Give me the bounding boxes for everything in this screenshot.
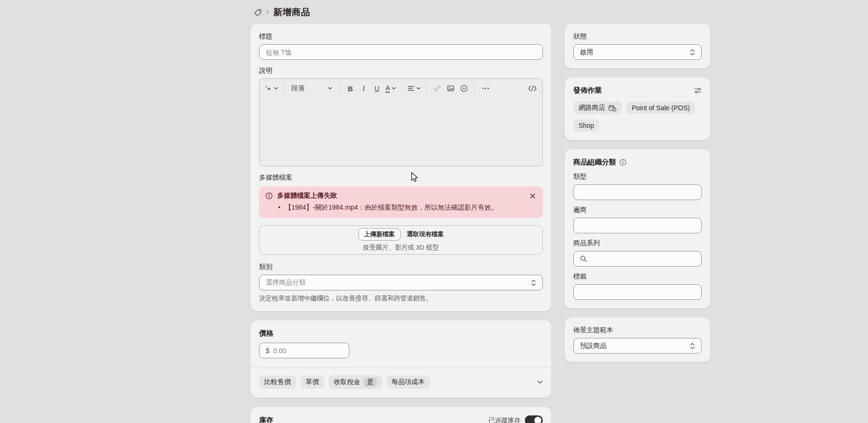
category-placeholder: 選擇商品分類: [266, 279, 306, 287]
vendor-input[interactable]: [580, 222, 695, 230]
ellipsis-icon: [482, 87, 489, 89]
channel-shop-badge[interactable]: Shop: [573, 119, 599, 132]
toolbar-divider: [426, 84, 427, 93]
underline-button[interactable]: U: [371, 81, 383, 96]
price-input-wrap: $: [259, 343, 349, 358]
tags-input-wrap: [573, 284, 702, 300]
status-select[interactable]: 啟用: [573, 44, 702, 60]
inventory-title: 庫存: [259, 416, 273, 423]
product-details-card: 標題 說明 段落 B I U: [251, 24, 551, 311]
chevron-down-icon: [328, 87, 332, 90]
info-icon[interactable]: [619, 159, 627, 166]
media-error-banner: 多媒體檔案上傳失敗 • 【1984】-關於1984.mp4：由於檔案類型無效，所…: [259, 186, 543, 218]
editor-toolbar: 段落 B I U A: [260, 79, 542, 98]
inventory-card: 庫存 已追蹤庫存: [251, 407, 551, 423]
collections-search-input[interactable]: [591, 255, 695, 263]
select-updown-icon: [690, 49, 695, 56]
toggle-knob: [534, 417, 541, 423]
theme-template-select[interactable]: 預設商品: [573, 338, 702, 354]
more-options-button[interactable]: [479, 81, 492, 96]
ai-sparkle-button[interactable]: [263, 81, 280, 96]
theme-template-value: 預設商品: [580, 342, 607, 350]
description-label: 說明: [259, 67, 543, 75]
type-input[interactable]: [580, 189, 695, 196]
paragraph-style-dropdown[interactable]: 段落: [289, 81, 335, 96]
media-hint: 接受圖片、影片或 3D 模型: [363, 243, 439, 252]
status-value: 啟用: [580, 48, 593, 57]
close-icon: [530, 193, 536, 199]
paragraph-label: 段落: [291, 84, 305, 93]
channel-pos-badge[interactable]: Point of Sale (POS): [627, 102, 695, 114]
underline-icon: U: [375, 85, 379, 92]
italic-icon: I: [363, 85, 365, 93]
vendor-input-wrap: [573, 218, 702, 233]
theme-template-label: 佈景主題範本: [573, 326, 702, 335]
type-input-wrap: [573, 184, 702, 200]
collections-input-wrap: [573, 251, 702, 267]
alert-circle-icon: [265, 192, 273, 200]
select-updown-icon: [531, 279, 536, 286]
media-dropzone[interactable]: 上傳新檔案 選取現有檔案 接受圖片、影片或 3D 模型: [259, 225, 543, 255]
products-tag-icon[interactable]: [254, 9, 262, 17]
media-label: 多媒體檔案: [259, 173, 543, 182]
select-existing-button[interactable]: 選取現有檔案: [407, 230, 444, 239]
bold-button[interactable]: B: [344, 81, 357, 96]
toolbar-divider: [474, 84, 475, 93]
alignment-button[interactable]: [406, 81, 422, 96]
inventory-tracked-toggle[interactable]: [525, 415, 543, 423]
insert-video-button[interactable]: [458, 81, 470, 96]
publishing-title: 發佈作業: [573, 86, 602, 95]
sliders-icon: [694, 87, 702, 94]
calendar-clock-icon: [608, 105, 617, 112]
toolbar-divider: [284, 84, 284, 93]
insert-link-button[interactable]: [431, 81, 444, 96]
page-title: 新增商品: [273, 6, 310, 19]
code-icon: [528, 86, 537, 91]
chevron-down-icon: [392, 87, 396, 90]
upload-new-button[interactable]: 上傳新檔案: [358, 228, 401, 240]
sparkle-icon: [265, 85, 272, 92]
media-error-title: 多媒體檔案上傳失敗: [277, 192, 524, 200]
cost-per-item-badge[interactable]: 每品項成本: [386, 375, 430, 389]
chevron-down-icon: [537, 380, 543, 384]
title-input[interactable]: [266, 48, 536, 56]
unit-price-badge[interactable]: 單價: [300, 375, 324, 389]
media-error-detail: 【1984】-關於1984.mp4：由於檔案類型無效，所以無法確認影片有效。: [285, 203, 498, 212]
breadcrumb: › 新增商品: [254, 6, 310, 19]
bold-icon: B: [348, 85, 353, 93]
charge-tax-badge[interactable]: 收取稅金 是: [328, 375, 382, 389]
status-card: 狀態 啟用: [565, 24, 710, 68]
title-input-wrap: [259, 44, 543, 60]
category-help-text: 決定稅率並新增中繼欄位，以改善搜尋、篩選和跨管道銷售。: [259, 294, 543, 303]
banner-close-button[interactable]: [529, 192, 537, 200]
type-label: 類型: [573, 173, 702, 181]
price-input[interactable]: [273, 347, 343, 355]
channel-online-store-badge[interactable]: 網路商店: [573, 101, 622, 115]
category-select[interactable]: 選擇商品分類: [259, 275, 543, 290]
vendor-label: 廠商: [573, 206, 702, 214]
description-editor: 段落 B I U A: [259, 78, 543, 166]
card-divider: [251, 367, 551, 368]
pricing-card: 價格 $ 比較售價 單價 收取稅金 是 每品項成本: [251, 320, 551, 398]
description-textarea[interactable]: [260, 98, 542, 166]
media-error-detail-row: • 【1984】-關於1984.mp4：由於檔案類型無效，所以無法確認影片有效。: [265, 203, 537, 212]
organization-card: 商品組織分類 類型 廠商 商品系列 標籤: [565, 149, 710, 308]
tags-input[interactable]: [580, 288, 695, 296]
insert-image-button[interactable]: [444, 81, 457, 96]
title-label: 標題: [259, 32, 543, 41]
theme-template-card: 佈景主題範本 預設商品: [565, 317, 710, 362]
publishing-settings-button[interactable]: [694, 87, 702, 94]
category-label: 類別: [259, 263, 543, 271]
organization-title: 商品組織分類: [573, 158, 616, 167]
select-updown-icon: [690, 343, 695, 349]
compare-at-price-badge[interactable]: 比較售價: [259, 375, 296, 389]
search-icon: [580, 255, 587, 262]
inventory-tracked-label: 已追蹤庫存: [489, 416, 521, 423]
chevron-down-icon: [416, 87, 421, 90]
italic-button[interactable]: I: [357, 81, 370, 96]
tags-label: 標籤: [573, 272, 702, 281]
show-html-button[interactable]: [526, 81, 539, 96]
pricing-expand-button[interactable]: [537, 380, 543, 384]
publishing-card: 發佈作業 網路商店 Point of Sale (POS) Shop: [565, 77, 710, 140]
text-color-button[interactable]: A: [384, 81, 397, 96]
